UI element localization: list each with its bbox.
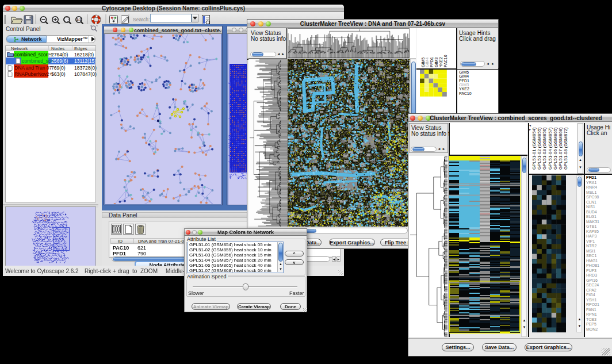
svg-text:1:1: 1:1 [76, 18, 81, 21]
